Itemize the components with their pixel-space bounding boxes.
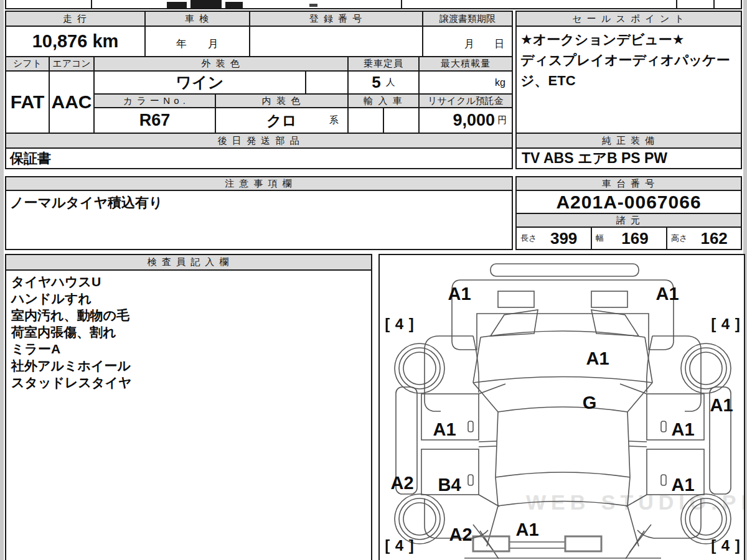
sales-point-line: ★オークションデビュー★ [520,29,685,50]
spec-width-cell: 幅 169 [591,226,667,250]
spec-length-value: 399 [537,229,591,248]
transfer-deadline-value: 月 日 [422,26,513,57]
specs-header: 諸 元 [515,213,742,228]
registration-header: 登 録 番 号 [249,11,423,27]
sales-point-line: ディスプレイオーディオパッケージ、ETC [520,50,737,91]
spec-width-label: 幅 [592,233,604,244]
damage-diagram-panel: WEB STUDIO.PRO [378,254,745,560]
genuine-equipment-header: 純 正 装 備 [515,133,742,149]
cutoff-row-cell [713,0,742,9]
inspector-body: タイヤハウスUハンドルすれ室内汚れ、動物の毛荷室内張傷、割れミラーA社外アルミホ… [5,269,372,560]
spec-width-value: 169 [604,229,666,248]
notes-body: ノーマルタイヤ積込有り [5,190,513,250]
tire-depth-label: [ 4 ] [711,315,741,333]
cutoff-row-cell [91,0,402,9]
sales-point-body: ★オークションデビュー★ディスプレイオーディオパッケージ、ETC [515,26,742,134]
cutoff-text-fragment [225,2,243,8]
damage-code-label: A2 [449,525,472,545]
damage-code-label: A1 [655,284,679,304]
sales-point-header: セ ー ル ス ポ イ ン ト [515,11,742,27]
shift-header: シフト [5,56,50,72]
recycle-deposit-amount: 9,000 [453,111,495,130]
tire-depth-label: [ 4 ] [711,537,741,554]
cutoff-text-fragment [167,2,187,8]
damage-code-label: A2 [390,473,413,493]
shift-value: FAT [5,70,50,134]
registration-value [249,26,423,57]
inspector-note-line: ミラーA [11,340,60,357]
inspection-header: 車 検 [144,11,250,27]
damage-code-label: B4 [438,475,461,495]
cutoff-row-cell [401,0,677,9]
capacity-number: 5 [372,73,380,92]
capacity-header: 乗車定員 [347,56,420,72]
inspector-note-line: 荷室内張傷、割れ [11,324,116,340]
import-header: 輸 入 車 [347,93,420,108]
notes-header: 注 意 事 項 欄 [5,176,513,191]
damage-code-label: A1 [671,475,694,495]
capacity-value: 5 人 [347,70,420,95]
spec-height-cell: 高さ 162 [666,226,742,250]
max-load-value: kg [418,70,513,95]
inspector-note-line: 社外アルミホイール [11,357,131,374]
mileage-header: 走 行 [5,11,146,27]
recycle-deposit-unit: 円 [497,114,507,126]
damage-code-label: A1 [515,520,538,540]
capacity-unit: 人 [386,77,395,88]
damage-code-label: G [583,393,597,413]
max-load-header: 最大積載量 [418,56,513,72]
spec-length-cell: 長さ 399 [515,226,592,250]
genuine-equipment-value: TV ABS エアB PS PW [515,147,742,169]
tire-depth-label: [ 4 ] [385,537,415,554]
inspector-note-line: スタッドレスタイヤ [11,374,131,391]
transfer-deadline-header: 譲渡書類期限 [422,11,513,27]
tire-depth-label: [ 4 ] [385,315,415,333]
import-value-cell-right [383,107,420,134]
cutoff-text-fragment [190,0,222,8]
damage-code-label: A1 [448,284,471,304]
recycle-deposit-header: リサイクル預託金 [418,93,513,108]
spec-height-label: 高さ [667,233,687,244]
cutoff-row-cell [676,0,715,9]
aircon-value: AAC [49,70,95,134]
mileage-value: 10,876 km [5,26,146,57]
damage-code-label: A1 [433,419,456,440]
later-parts-header: 後 日 発 送 部 品 [5,133,513,149]
exterior-color-header: 外 装 色 [93,56,349,72]
damage-code-label: A1 [586,348,609,369]
inspector-note-line: 室内汚れ、動物の毛 [11,307,129,324]
chassis-number-header: 車 台 番 号 [515,176,742,191]
inspector-note-line: タイヤハウスU [11,273,101,290]
damage-code-label: A1 [671,419,694,440]
import-value-cell-left [347,107,384,134]
interior-color-header: 内 装 色 [215,93,349,108]
damage-code-label: A1 [710,395,733,416]
inspector-header: 検 査 員 記 入 欄 [5,254,372,271]
later-parts-value: 保証書 [5,147,513,169]
color-no-header: カ ラ ー N o . [93,93,216,108]
inspection-value: 年 月 [144,26,250,57]
exterior-color-value: ワイン [93,70,306,95]
color-no-value: R67 [93,107,216,134]
inspector-note-line: ハンドルすれ [11,290,92,307]
interior-color-suffix: 系 [329,114,339,126]
aircon-header: エアコン [49,56,95,72]
spec-length-label: 長さ [517,233,537,244]
auction-sheet-page: 走 行 車 検 登 録 番 号 譲渡書類期限 10,876 km 年 月 月 日… [0,0,747,560]
spec-height-value: 162 [687,229,741,248]
exterior-color-extra-cell [305,70,349,95]
damage-labels-layer: A1A1[ 4 ][ 4 ]A1GA1A1A1A2B4A1A2A1[ 4 ][ … [380,255,744,560]
recycle-deposit-value: 9,000 円 [418,107,513,134]
interior-color-value: クロ 系 [215,107,349,134]
cutoff-row-cell [5,0,92,9]
interior-color-name: クロ [266,111,297,131]
chassis-number-value: A201A-0067066 [515,190,742,214]
cutoff-text-fragment [309,4,317,7]
